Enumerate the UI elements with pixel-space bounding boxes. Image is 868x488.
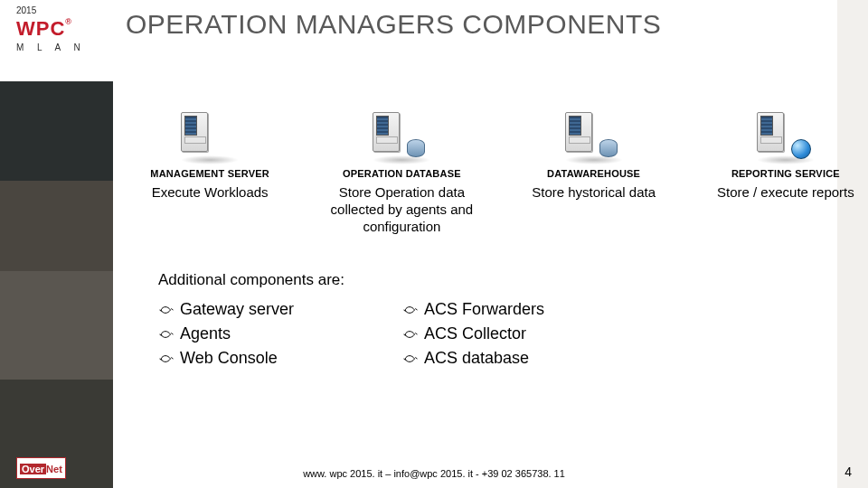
server-label: REPORTING SERVICE	[703, 168, 868, 179]
footer-text: www. wpc 2015. it – info@wpc 2015. it - …	[0, 468, 868, 479]
server-col-management: MANAGEMENT SERVER Execute Workloads	[127, 112, 292, 235]
page-number: 4	[844, 465, 852, 479]
page-title: OPERATION MANAGERS COMPONENTS	[122, 0, 868, 40]
sidebar-logo-block: 2015 WPC® M L A N	[0, 0, 113, 81]
list-item: Agents	[158, 324, 294, 343]
list-item: ACS Collector	[402, 324, 544, 343]
server-col-reporting: REPORTING SERVICE Store / execute report…	[703, 112, 868, 235]
server-db-icon	[565, 112, 623, 164]
wpc-logo: WPC®	[16, 17, 113, 41]
server-desc: Store / execute reports	[703, 184, 868, 202]
year-label: 2015	[16, 5, 113, 15]
list-item: ACS Forwarders	[402, 300, 544, 319]
list-item: ACS database	[402, 349, 544, 368]
list-item: Gateway server	[158, 300, 294, 319]
list-item: Web Console	[158, 349, 294, 368]
additional-heading: Additional components are:	[158, 271, 868, 289]
server-db-icon	[373, 112, 430, 164]
server-label: DATAWAREHOUSE	[512, 168, 676, 179]
server-desc: Execute Workloads	[127, 184, 292, 202]
server-label: OPERATION DATABASE	[319, 168, 484, 179]
server-label: MANAGEMENT SERVER	[127, 168, 292, 179]
server-col-operation-db: OPERATION DATABASE Store Operation data …	[319, 112, 484, 235]
wpc-subtitle: M L A N	[16, 42, 113, 52]
server-desc: Store hystorical data	[512, 184, 676, 202]
server-globe-icon	[757, 112, 815, 164]
additional-col-2: ACS Forwarders ACS Collector ACS databas…	[402, 295, 544, 373]
servers-row: MANAGEMENT SERVER Execute Workloads OPER…	[122, 112, 868, 235]
additional-section: Additional components are: Gateway serve…	[158, 271, 868, 373]
server-desc: Store Operation data collected by agents…	[319, 184, 484, 235]
server-col-datawarehouse: DATAWAREHOUSE Store hystorical data	[512, 112, 676, 235]
slide-content: OPERATION MANAGERS COMPONENTS MANAGEMENT…	[122, 0, 868, 488]
additional-col-1: Gateway server Agents Web Console	[158, 295, 294, 373]
server-icon	[181, 112, 239, 164]
